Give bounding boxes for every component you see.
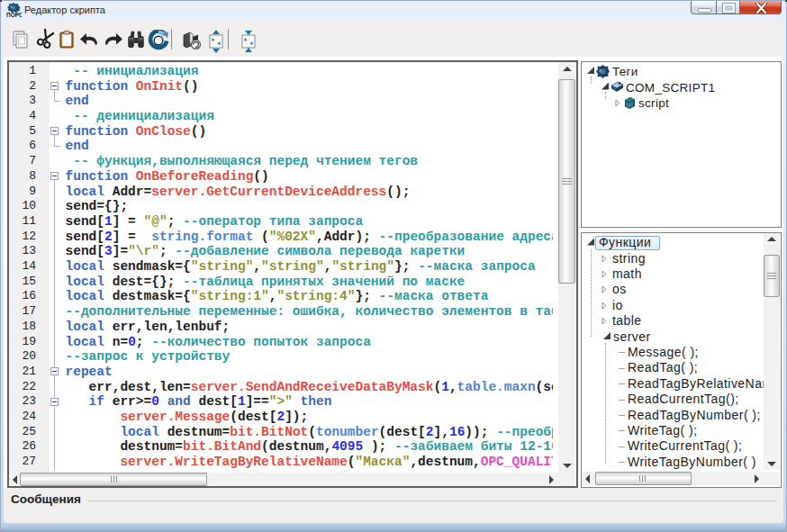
svg-text:ПОРС: ПОРС (6, 12, 22, 18)
